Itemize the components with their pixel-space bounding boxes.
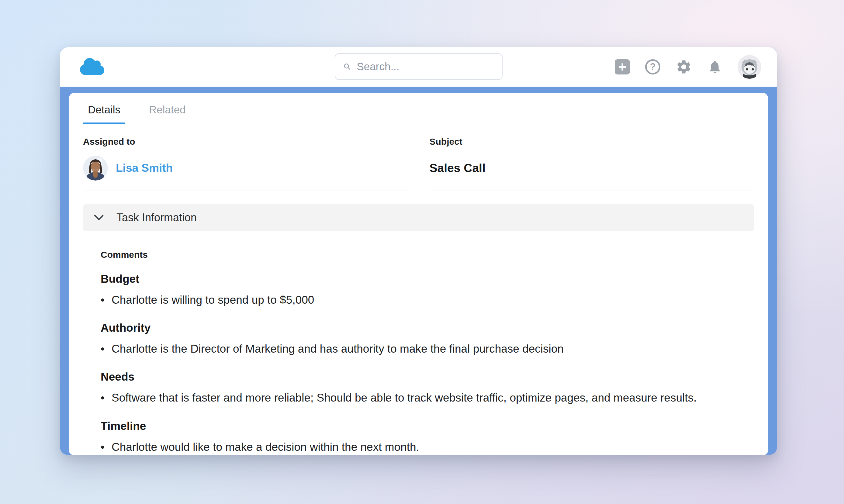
top-bar-icons: + ? xyxy=(615,47,761,87)
settings-icon[interactable] xyxy=(676,59,692,75)
comment-heading: Budget xyxy=(101,273,745,285)
assignee-avatar[interactable] xyxy=(83,156,108,181)
comment-bullet: •Charlotte is willing to spend up to $5,… xyxy=(101,291,745,309)
assigned-user-link[interactable]: Lisa Smith xyxy=(116,162,173,175)
top-bar: + ? xyxy=(60,47,777,87)
search-input[interactable] xyxy=(357,60,494,73)
search-icon xyxy=(343,60,351,73)
comment-item: Needs •Software that is faster and more … xyxy=(101,371,745,407)
add-icon[interactable]: + xyxy=(615,59,630,74)
field-assigned-to: Assigned to xyxy=(83,137,408,191)
salesforce-cloud-logo-icon xyxy=(79,57,106,76)
comment-heading: Needs xyxy=(101,371,745,383)
field-grid: Assigned to xyxy=(83,137,754,191)
comments-label: Comments xyxy=(101,250,745,260)
help-icon[interactable]: ? xyxy=(645,59,660,74)
record-detail-card: Details Related Assigned to xyxy=(69,93,768,455)
field-label: Subject xyxy=(430,137,754,147)
tab-related[interactable]: Related xyxy=(144,104,191,124)
section-task-information[interactable]: Task Information xyxy=(83,204,754,231)
field-label: Assigned to xyxy=(83,137,408,147)
tab-bar: Details Related xyxy=(83,93,754,124)
bullet-dot: • xyxy=(101,291,112,309)
bullet-text: Charlotte would like to make a decision … xyxy=(112,438,745,455)
app-window: + ? xyxy=(60,47,777,455)
comment-bullet: •Charlotte is the Director of Marketing … xyxy=(101,340,745,358)
subject-value: Sales Call xyxy=(430,161,486,175)
comment-bullet: •Software that is faster and more reliab… xyxy=(101,389,745,407)
section-title: Task Information xyxy=(116,211,197,224)
comment-item: Authority •Charlotte is the Director of … xyxy=(101,322,745,358)
bullet-dot: • xyxy=(101,438,112,455)
field-subject: Subject Sales Call xyxy=(430,137,754,191)
chevron-down-icon xyxy=(94,215,104,221)
comments-block: Comments Budget •Charlotte is willing to… xyxy=(101,250,745,455)
bullet-dot: • xyxy=(101,340,112,358)
bullet-text: Charlotte is the Director of Marketing a… xyxy=(112,340,745,358)
bullet-text: Charlotte is willing to spend up to $5,0… xyxy=(112,291,745,309)
user-avatar[interactable] xyxy=(738,55,761,79)
bullet-dot: • xyxy=(101,389,112,407)
comments-list: Budget •Charlotte is willing to spend up… xyxy=(101,273,745,455)
comment-heading: Authority xyxy=(101,322,745,335)
comment-heading: Timeline xyxy=(101,420,745,433)
content-frame: Details Related Assigned to xyxy=(60,87,777,455)
bullet-text: Software that is faster and more reliabl… xyxy=(112,389,745,407)
comment-bullet: •Charlotte would like to make a decision… xyxy=(101,438,745,455)
notifications-icon[interactable] xyxy=(707,59,722,74)
tab-details[interactable]: Details xyxy=(83,104,125,124)
comment-item: Timeline •Charlotte would like to make a… xyxy=(101,420,745,455)
global-search[interactable] xyxy=(335,53,503,80)
comment-item: Budget •Charlotte is willing to spend up… xyxy=(101,273,745,309)
